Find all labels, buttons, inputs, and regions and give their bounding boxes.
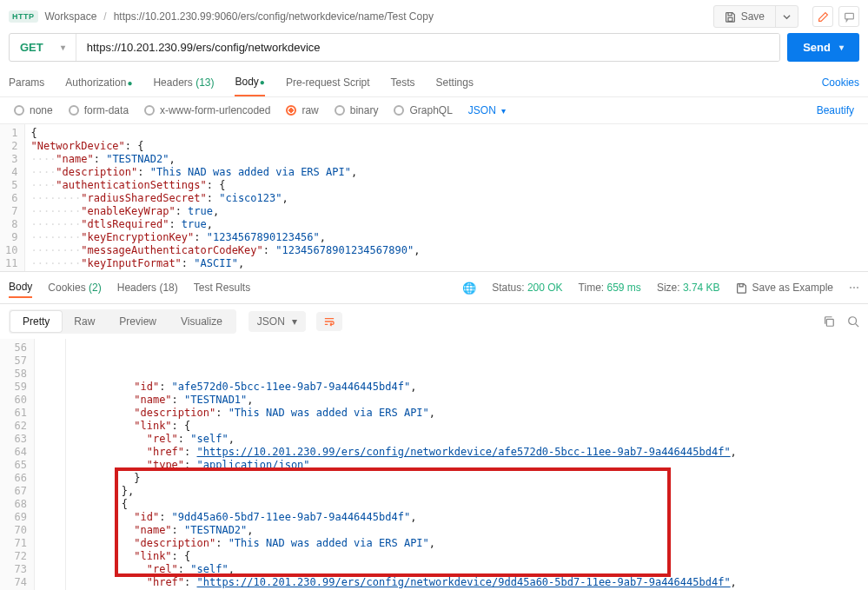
dot-indicator: ● — [127, 78, 132, 88]
network-icon[interactable]: 🌐 — [462, 282, 476, 295]
response-view-row: Pretty Raw Preview Visualize JSON ▾ — [0, 304, 868, 339]
view-pretty[interactable]: Pretty — [10, 311, 62, 332]
wrap-icon — [323, 316, 335, 327]
top-bar: HTTP Workspace / https://10.201.230.99:9… — [0, 0, 868, 33]
edit-button[interactable] — [812, 6, 833, 27]
response-action-icons — [823, 315, 859, 328]
body-type-raw[interactable]: raw — [286, 104, 318, 116]
breadcrumb-title: https://10.201.230.99:9060/ers/config/ne… — [114, 10, 434, 23]
svg-rect-0 — [728, 17, 732, 21]
top-action-icons — [812, 6, 859, 27]
tab-tests[interactable]: Tests — [391, 70, 415, 96]
chevron-down-icon: ▾ — [292, 315, 297, 328]
method-select[interactable]: GET ▾ — [10, 34, 76, 61]
chevron-down-icon: ▾ — [61, 43, 65, 52]
save-button[interactable]: Save — [714, 6, 776, 27]
body-type-row: none form-data x-www-form-urlencoded raw… — [0, 97, 868, 123]
tab-params[interactable]: Params — [9, 70, 44, 96]
body-type-binary[interactable]: binary — [335, 104, 379, 116]
copy-icon — [823, 315, 835, 328]
body-type-none[interactable]: none — [14, 104, 53, 116]
breadcrumb-workspace[interactable]: Workspace — [45, 10, 97, 23]
more-icon[interactable]: ⋯ — [849, 282, 859, 294]
line-gutter: 1234567891011 — [0, 124, 25, 271]
resp-tab-tests[interactable]: Test Results — [194, 278, 250, 297]
svg-point-3 — [849, 317, 857, 325]
body-lang-select[interactable]: JSON ▾ — [468, 104, 506, 116]
save-button-group: Save — [713, 5, 798, 28]
pencil-icon — [818, 11, 829, 23]
tab-settings[interactable]: Settings — [436, 70, 474, 96]
view-mode-group: Pretty Raw Preview Visualize — [9, 309, 236, 334]
size-label: Size: 3.74 KB — [657, 282, 720, 294]
tab-body[interactable]: Body● — [235, 69, 264, 96]
chevron-down-icon: ▾ — [501, 106, 506, 116]
svg-rect-2 — [826, 319, 833, 326]
body-type-graphql[interactable]: GraphQL — [394, 104, 452, 116]
response-lang-select[interactable]: JSON ▾ — [248, 311, 306, 332]
resp-tab-headers[interactable]: Headers (18) — [117, 278, 178, 297]
tab-headers[interactable]: Headers (13) — [153, 70, 214, 96]
comment-icon — [844, 11, 855, 23]
dot-indicator: ● — [260, 77, 265, 87]
save-label: Save — [741, 10, 765, 23]
cookies-link[interactable]: Cookies — [822, 76, 859, 89]
chevron-down-icon: ▾ — [839, 43, 844, 52]
view-visualize[interactable]: Visualize — [169, 311, 235, 332]
code-area[interactable]: {"NetworkDevice": {····"name": "TESTNAD2… — [25, 124, 425, 271]
time-label: Time: 659 ms — [579, 282, 641, 294]
view-preview[interactable]: Preview — [107, 311, 169, 332]
response-body-editor[interactable]: 5657585960616263646566676869707172737475… — [0, 339, 868, 590]
svg-rect-1 — [845, 13, 853, 19]
save-as-example-button[interactable]: Save as Example — [736, 282, 833, 294]
breadcrumb-sep: / — [103, 10, 106, 23]
save-icon — [725, 11, 736, 23]
send-button[interactable]: Send ▾ — [787, 33, 859, 62]
wrap-lines-button[interactable] — [316, 312, 342, 331]
status-label: Status: 200 OK — [492, 282, 562, 294]
copy-button[interactable] — [823, 315, 835, 328]
request-box: GET ▾ — [9, 33, 780, 62]
search-button[interactable] — [847, 315, 859, 328]
resp-tab-body[interactable]: Body — [9, 277, 32, 298]
method-value: GET — [20, 41, 43, 54]
response-bar: Body Cookies (2) Headers (18) Test Resul… — [0, 271, 868, 304]
request-tabs: Params Authorization● Headers (13) Body●… — [0, 69, 868, 97]
tab-authorization[interactable]: Authorization● — [65, 70, 132, 96]
resp-tab-cookies[interactable]: Cookies (2) — [48, 278, 101, 297]
view-raw[interactable]: Raw — [62, 311, 107, 332]
beautify-button[interactable]: Beautify — [817, 104, 854, 116]
comment-button[interactable] — [838, 6, 859, 27]
save-more-button[interactable] — [776, 9, 798, 25]
code-area[interactable]: "id": "afe572d0-5bcc-11ee-9ab7-9a446445b… — [66, 339, 868, 590]
chevron-down-icon — [783, 13, 791, 21]
http-badge: HTTP — [9, 10, 38, 23]
request-row: GET ▾ Send ▾ — [0, 33, 868, 69]
search-icon — [847, 315, 859, 328]
fold-column[interactable] — [35, 339, 66, 590]
save-icon — [736, 282, 747, 294]
send-label: Send — [803, 41, 831, 54]
body-type-form-data[interactable]: form-data — [69, 104, 129, 116]
url-input[interactable] — [76, 34, 779, 61]
tab-prerequest[interactable]: Pre-request Script — [286, 70, 370, 96]
body-type-x-www[interactable]: x-www-form-urlencoded — [144, 104, 270, 116]
request-body-editor[interactable]: 1234567891011 {"NetworkDevice": {····"na… — [0, 123, 868, 271]
line-gutter: 5657585960616263646566676869707172737475 — [0, 339, 35, 590]
